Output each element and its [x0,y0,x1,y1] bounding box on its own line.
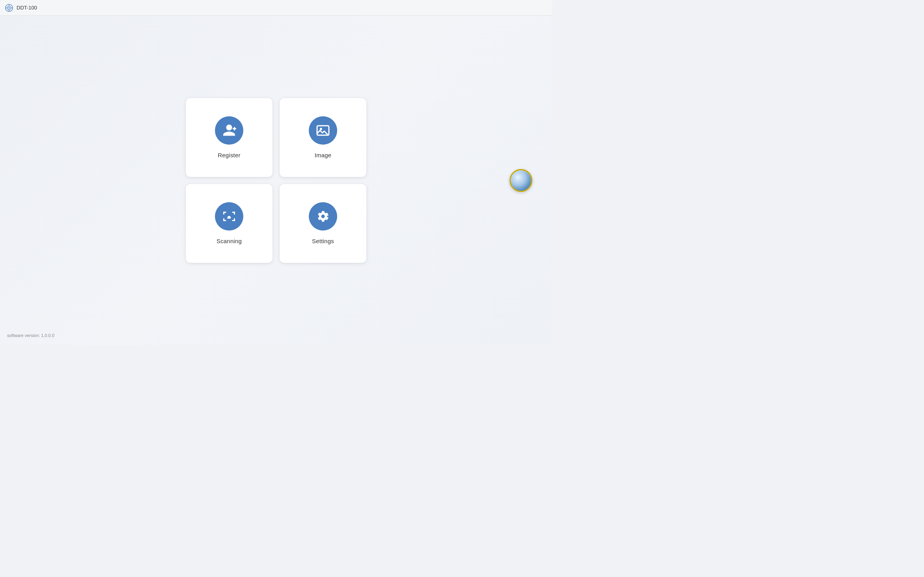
main-content: Register Image [0,16,552,345]
version-text: software version: 1.0.0.0 [7,333,54,338]
image-icon-circle [309,116,337,145]
settings-icon [316,209,330,223]
title-bar: DDT-100 [0,0,552,16]
register-label: Register [218,152,240,158]
image-card[interactable]: Image [280,98,366,177]
settings-icon-circle [309,202,337,231]
cards-grid: Register Image [186,98,366,263]
software-version: software version: 1.0.0.0 [7,333,54,338]
scanning-label: Scanning [217,238,242,244]
register-icon-circle [215,116,243,145]
user-plus-icon [222,123,236,138]
svg-point-2 [8,7,10,9]
register-card[interactable]: Register [186,98,273,177]
svg-point-8 [320,128,322,130]
scan-icon [222,209,236,223]
app-logo-icon [5,4,13,12]
scanning-card[interactable]: Scanning [186,184,273,263]
scanning-icon-circle [215,202,243,231]
image-label: Image [315,152,332,158]
orb-sphere [510,169,532,192]
floating-orb[interactable] [510,169,532,192]
settings-card[interactable]: Settings [280,184,366,263]
app-title: DDT-100 [17,5,37,11]
settings-label: Settings [312,238,334,244]
image-icon [316,123,330,138]
